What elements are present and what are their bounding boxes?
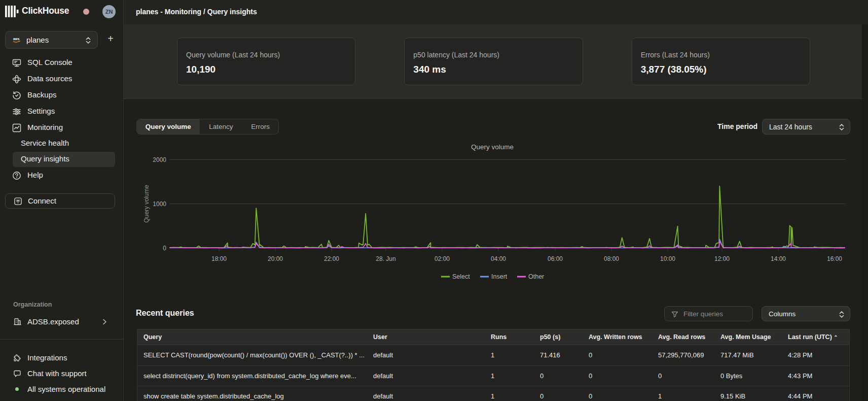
svg-text:06:00: 06:00: [548, 255, 563, 262]
svg-text:Other: Other: [528, 273, 544, 280]
svg-text:08:00: 08:00: [604, 255, 619, 262]
svg-text:22:00: 22:00: [324, 255, 339, 262]
svg-text:18:00: 18:00: [211, 255, 227, 262]
svg-text:0: 0: [163, 245, 166, 252]
svg-text:16:00: 16:00: [827, 255, 842, 262]
svg-text:Query volume: Query volume: [143, 185, 150, 223]
svg-text:04:00: 04:00: [491, 255, 506, 262]
svg-text:1000: 1000: [153, 201, 166, 208]
svg-text:10:00: 10:00: [660, 255, 675, 262]
svg-text:2000: 2000: [153, 156, 166, 163]
svg-text:14:00: 14:00: [771, 255, 786, 262]
svg-text:02:00: 02:00: [435, 255, 450, 262]
svg-text:Query volume: Query volume: [471, 143, 514, 151]
svg-text:aws: aws: [13, 37, 20, 41]
svg-text:Select: Select: [452, 273, 470, 280]
svg-text:Insert: Insert: [491, 273, 508, 280]
svg-text:12:00: 12:00: [714, 255, 730, 262]
svg-text:28. Jun: 28. Jun: [376, 255, 395, 262]
svg-text:20:00: 20:00: [268, 255, 283, 262]
